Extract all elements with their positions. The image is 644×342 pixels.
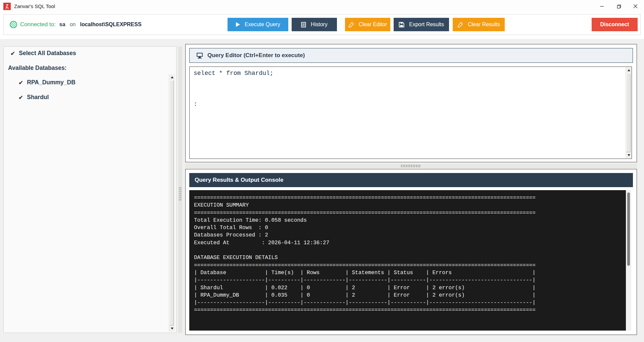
toolbar: Connected to: sa on localhost\SQLEXPRESS… (3, 14, 641, 35)
close-icon (634, 4, 638, 8)
available-databases-label: Available Databases: (8, 65, 66, 72)
sidebar-scrollbar[interactable] (169, 74, 175, 332)
monitor-icon (196, 52, 203, 59)
query-editor-header: Query Editor (Ctrl+Enter to execute) (189, 48, 633, 63)
app-logo-dots (5, 8, 9, 9)
restore-icon (617, 4, 621, 9)
brush-icon (457, 22, 463, 28)
results-header-title: Query Results & Output Console (195, 177, 283, 183)
connected-label: Connected to: (20, 21, 56, 28)
play-icon (236, 22, 240, 27)
connection-status: Connected to: sa on localhost\SQLEXPRESS (10, 14, 142, 35)
save-icon (399, 22, 404, 28)
app-logo-icon: Z (3, 3, 11, 10)
execute-query-label: Execute Query (245, 22, 280, 28)
checkmark-icon: ✔ (18, 79, 23, 86)
clear-results-button[interactable]: Clear Results (453, 18, 505, 31)
database-checkbox-shardul[interactable]: ✔ Shardul (18, 94, 49, 101)
arrow-down-icon (628, 154, 630, 156)
scroll-down-button[interactable] (626, 152, 632, 158)
export-results-label: Export Results (409, 22, 444, 28)
select-all-label: Select All Databases (19, 50, 76, 57)
arrow-up-icon (171, 76, 174, 78)
clear-editor-label: Clear Editor (359, 22, 387, 28)
title-bar: Z Zanvar's SQL Tool (0, 0, 644, 13)
query-editor-input[interactable]: select * from Shardul; : (189, 67, 632, 159)
connected-server: localhost\SQLEXPRESS (80, 22, 141, 28)
close-button[interactable] (627, 0, 644, 13)
console-output-text: ========================================… (189, 190, 631, 318)
history-label: History (311, 22, 328, 28)
database-name: Shardul (27, 94, 49, 101)
arrow-down-icon (171, 328, 174, 330)
disconnect-button[interactable]: Disconnect (592, 18, 638, 31)
scroll-down-button[interactable] (169, 326, 175, 332)
minimize-button[interactable] (594, 0, 610, 13)
results-header: Query Results & Output Console (189, 173, 633, 187)
scrollbar-thumb[interactable] (627, 193, 630, 266)
scroll-up-button[interactable] (626, 67, 632, 73)
database-sidebar: ✔ Select All Databases Available Databas… (3, 46, 177, 333)
restore-button[interactable] (610, 0, 627, 13)
editor-scrollbar[interactable] (626, 67, 631, 158)
minimize-icon (600, 4, 604, 8)
connection-status-icon (10, 21, 17, 28)
query-text[interactable]: select * from Shardul; : (190, 67, 632, 111)
select-all-databases-checkbox[interactable]: ✔ Select All Databases (10, 50, 76, 57)
output-console[interactable]: ========================================… (189, 190, 631, 331)
console-scrollbar[interactable] (626, 190, 631, 331)
clear-editor-button[interactable]: Clear Editor (345, 18, 390, 31)
clear-results-label: Clear Results (468, 22, 500, 28)
horizontal-splitter[interactable] (185, 164, 637, 168)
connected-on-word: on (70, 22, 76, 28)
scroll-up-button[interactable] (169, 74, 175, 80)
app-logo-letter: Z (6, 4, 9, 8)
vertical-splitter[interactable] (178, 46, 182, 333)
scrollbar-thumb[interactable] (169, 80, 174, 326)
scrollbar-thumb[interactable] (626, 73, 631, 152)
disconnect-label: Disconnect (600, 22, 629, 28)
execute-query-button[interactable]: Execute Query (228, 18, 288, 31)
history-button[interactable]: History (292, 18, 337, 31)
splitter-grip (179, 187, 182, 202)
arrow-up-icon (628, 69, 630, 71)
brush-icon (348, 22, 354, 28)
checkmark-icon: ✔ (18, 94, 23, 101)
splitter-grip (401, 165, 420, 167)
connected-user: sa (59, 22, 65, 28)
results-panel: Query Results & Output Console =========… (185, 169, 637, 335)
database-checkbox-rpa-dummy-db[interactable]: ✔ RPA_Dummy_DB (18, 79, 76, 86)
export-results-button[interactable]: Export Results (394, 18, 449, 31)
database-name: RPA_Dummy_DB (27, 79, 76, 86)
query-editor-title: Query Editor (Ctrl+Enter to execute) (207, 52, 305, 59)
checkmark-icon: ✔ (10, 50, 15, 57)
window-title: Zanvar's SQL Tool (14, 3, 55, 9)
query-editor-panel: Query Editor (Ctrl+Enter to execute) sel… (185, 44, 637, 162)
window-controls (594, 0, 644, 13)
history-icon (301, 22, 306, 28)
